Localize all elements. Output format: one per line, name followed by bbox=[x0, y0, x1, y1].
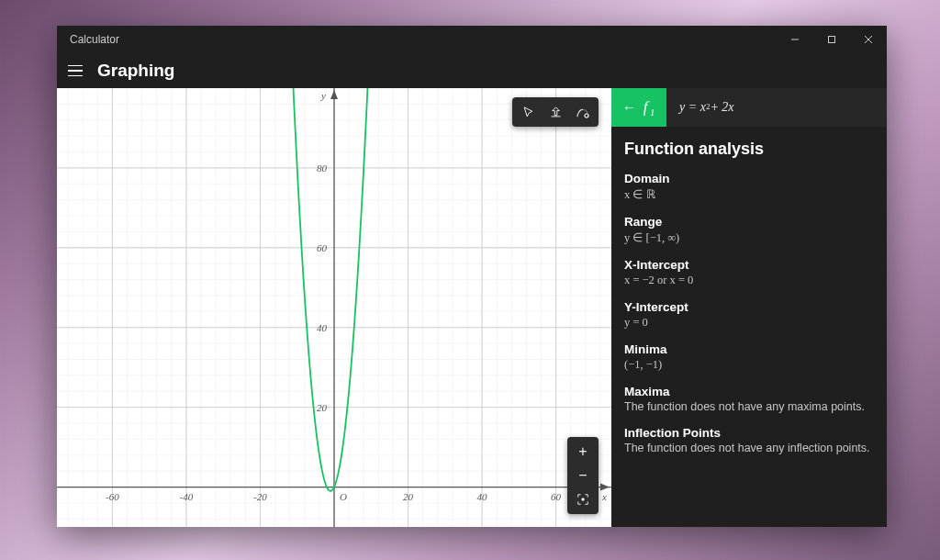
analysis-property: Minima(−1, −1) bbox=[624, 342, 874, 372]
svg-text:40: 40 bbox=[477, 491, 488, 502]
svg-point-96 bbox=[582, 498, 585, 501]
window-title: Calculator bbox=[70, 33, 119, 46]
mode-title: Graphing bbox=[97, 61, 174, 81]
analysis-property: MaximaThe function does not have any max… bbox=[624, 385, 874, 413]
analysis-pane: ← f1 y = x2 + 2x Function analysis Domai… bbox=[611, 88, 887, 527]
property-label: Domain bbox=[624, 172, 874, 185]
svg-text:60: 60 bbox=[551, 491, 562, 502]
zoom-out-button[interactable]: − bbox=[570, 464, 596, 487]
analysis-title: Function analysis bbox=[624, 140, 874, 159]
share-icon[interactable] bbox=[543, 100, 568, 124]
property-value: The function does not have any maxima po… bbox=[624, 400, 874, 413]
function-symbol: f bbox=[643, 98, 648, 117]
property-label: X-Intercept bbox=[624, 258, 874, 272]
close-button[interactable] bbox=[850, 26, 887, 53]
zoom-in-button[interactable]: + bbox=[570, 440, 596, 464]
zoom-controls: + − bbox=[567, 437, 599, 514]
property-label: Y-Intercept bbox=[624, 300, 874, 314]
svg-text:O: O bbox=[340, 491, 347, 502]
function-header: ← f1 y = x2 + 2x bbox=[611, 88, 887, 127]
svg-text:40: 40 bbox=[317, 322, 328, 333]
svg-text:x: x bbox=[601, 491, 607, 502]
zoom-fit-button[interactable] bbox=[570, 487, 596, 511]
maximize-button[interactable] bbox=[813, 26, 850, 53]
function-expression: y = x2 + 2x bbox=[666, 88, 887, 127]
analysis-property: X-Interceptx = −2 or x = 0 bbox=[624, 258, 874, 287]
property-label: Inflection Points bbox=[624, 426, 874, 440]
header: Graphing bbox=[57, 53, 887, 88]
property-label: Range bbox=[624, 215, 874, 229]
cursor-tool-icon[interactable] bbox=[515, 100, 541, 124]
content: yxO-60-40-2020406020406080 + − bbox=[57, 88, 887, 527]
graph-canvas: yxO-60-40-2020406020406080 bbox=[57, 88, 611, 527]
property-value: x ∈ ℝ bbox=[624, 187, 874, 202]
property-label: Maxima bbox=[624, 385, 874, 398]
property-label: Minima bbox=[624, 342, 874, 356]
property-value: The function does not have any inflectio… bbox=[624, 442, 874, 454]
analysis-body: Function analysis Domainx ∈ ℝRangey ∈ [−… bbox=[611, 127, 887, 527]
property-value: (−1, −1) bbox=[624, 358, 874, 372]
analysis-property: Y-Intercepty = 0 bbox=[624, 300, 874, 330]
svg-text:-40: -40 bbox=[180, 491, 194, 502]
property-value: y ∈ [−1, ∞) bbox=[624, 230, 874, 245]
minimize-button[interactable] bbox=[777, 26, 813, 53]
property-value: x = −2 or x = 0 bbox=[624, 274, 874, 287]
back-button[interactable]: ← f1 bbox=[611, 88, 666, 127]
analysis-property: Rangey ∈ [−1, ∞) bbox=[624, 215, 874, 245]
svg-text:80: 80 bbox=[317, 162, 328, 174]
svg-text:20: 20 bbox=[403, 491, 414, 502]
titlebar: Calculator bbox=[57, 26, 887, 53]
analysis-property: Inflection PointsThe function does not h… bbox=[624, 426, 874, 454]
graph-settings-icon[interactable] bbox=[570, 100, 596, 124]
svg-text:y: y bbox=[320, 90, 326, 101]
svg-text:20: 20 bbox=[317, 402, 328, 413]
back-arrow-icon: ← bbox=[622, 99, 637, 116]
svg-text:-60: -60 bbox=[106, 491, 119, 502]
svg-text:-20: -20 bbox=[253, 491, 267, 502]
svg-rect-1 bbox=[829, 37, 835, 43]
graph-toolbar bbox=[512, 97, 599, 127]
menu-icon[interactable] bbox=[66, 62, 84, 80]
svg-text:60: 60 bbox=[317, 242, 328, 253]
property-value: y = 0 bbox=[624, 316, 874, 330]
app-window: Calculator Graphing yxO-60-40-2020406020… bbox=[57, 26, 887, 527]
analysis-property: Domainx ∈ ℝ bbox=[624, 172, 874, 202]
function-subscript: 1 bbox=[650, 107, 655, 118]
graph-pane[interactable]: yxO-60-40-2020406020406080 + − bbox=[57, 88, 611, 527]
